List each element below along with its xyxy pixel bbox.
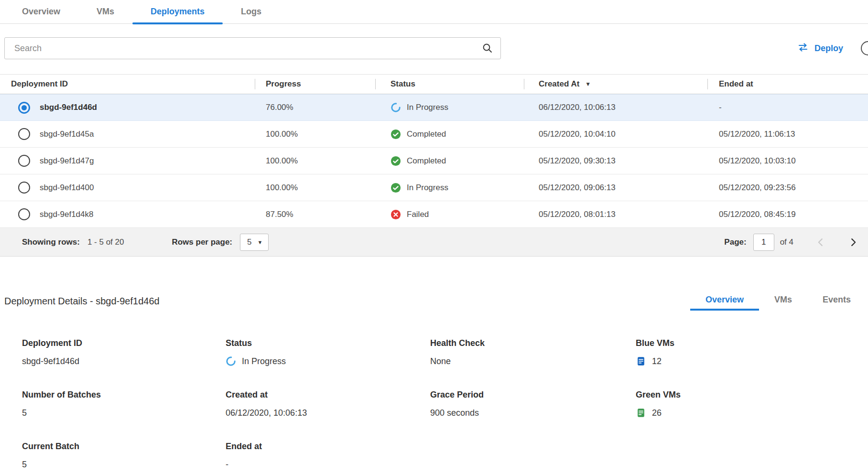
blue-vm-icon — [636, 356, 646, 366]
field-value: 06/12/2020, 10:06:13 — [226, 408, 307, 418]
details-tab-vms[interactable]: VMs — [759, 295, 807, 311]
deployment-id: sbgd-9ef1d47g — [40, 156, 94, 166]
progress-value: 100.00% — [255, 183, 375, 193]
created-at: 05/12/2020, 08:01:13 — [524, 210, 707, 219]
detail-field-current-batch: Current Batch5 — [22, 442, 226, 470]
detail-field-grace-period: Grace Period900 seconds — [430, 390, 636, 419]
field-value: In Progress — [242, 356, 286, 366]
tab-vms[interactable]: VMs — [78, 0, 132, 23]
detail-field-status: StatusIn Progress — [226, 338, 430, 367]
field-value-row: 5 — [22, 459, 226, 470]
deployment-id: sbgd-9ef1d4k8 — [40, 210, 93, 219]
rows-per-page-label: Rows per page: — [172, 237, 232, 247]
ended-at: 05/12/2020, 09:23:56 — [707, 183, 868, 193]
sort-desc-icon[interactable]: ▼ — [585, 81, 591, 87]
field-label: Ended at — [226, 442, 430, 452]
column-header-ended-at: Ended at — [707, 75, 868, 94]
previous-page-icon[interactable] — [815, 237, 826, 248]
detail-field-created-at: Created at06/12/2020, 10:06:13 — [226, 390, 430, 419]
search-icon[interactable] — [482, 43, 493, 54]
deployments-page: OverviewVMsDeploymentsLogs Deploy Deploy… — [0, 0, 868, 470]
table-row[interactable]: sbgd-9ef1d400 100.00% In Progress 05/12/… — [0, 174, 868, 201]
deploy-swap-arrows-icon — [797, 42, 809, 55]
column-label: Ended at — [719, 79, 753, 89]
deploy-button[interactable]: Deploy — [797, 42, 843, 55]
field-value-row: None — [430, 356, 636, 367]
table-row[interactable]: sbgd-9ef1d47g 100.00% Completed 05/12/20… — [0, 148, 868, 174]
page-total: of 4 — [780, 237, 793, 247]
status-in-progress-icon — [226, 356, 236, 366]
search-box — [4, 37, 501, 59]
field-label: Current Batch — [22, 442, 226, 452]
field-label: Green VMs — [636, 390, 868, 400]
details-grid: Deployment IDsbgd-9ef1d46dStatusIn Progr… — [0, 338, 868, 470]
created-at: 05/12/2020, 10:04:10 — [524, 129, 707, 139]
column-label: Created At — [539, 79, 579, 89]
column-header-progress: Progress — [255, 75, 375, 94]
ended-at: 05/12/2020, 08:45:19 — [707, 210, 868, 219]
toolbar: Deploy — [0, 37, 868, 59]
field-value-row: In Progress — [226, 356, 430, 367]
table-row[interactable]: sbgd-9ef1d4k8 87.50% Failed 05/12/2020, … — [0, 201, 868, 228]
field-value: None — [430, 356, 451, 366]
next-page-icon[interactable] — [848, 237, 858, 248]
rows-per-page-select[interactable]: 5 ▼ — [240, 234, 269, 251]
green-vm-icon — [636, 408, 646, 418]
chevron-down-icon: ▼ — [258, 239, 263, 245]
progress-value: 87.50% — [255, 210, 375, 219]
status-cell: Completed — [375, 156, 524, 166]
column-label: Deployment ID — [11, 79, 68, 89]
field-label: Status — [226, 338, 430, 349]
deployment-id-cell: sbgd-9ef1d45a — [0, 128, 255, 140]
field-label: Health Check — [430, 338, 636, 349]
status-label: Completed — [407, 156, 446, 166]
details-tab-overview[interactable]: Overview — [690, 295, 759, 311]
progress-value: 100.00% — [255, 129, 375, 139]
deployment-id-cell: sbgd-9ef1d47g — [0, 155, 255, 167]
deployment-id-cell: sbgd-9ef1d4k8 — [0, 208, 255, 220]
status-label: Completed — [407, 129, 446, 139]
search-input[interactable] — [4, 37, 501, 59]
ended-at: 05/12/2020, 10:03:10 — [707, 156, 868, 166]
detail-field-deployment-id: Deployment IDsbgd-9ef1d46d — [22, 338, 226, 367]
column-header-deployment-id: Deployment ID — [0, 75, 255, 94]
table-row[interactable]: sbgd-9ef1d45a 100.00% Completed 05/12/20… — [0, 121, 868, 148]
table-header: Deployment ID Progress Status Created At… — [0, 74, 868, 94]
page-number-input[interactable] — [753, 234, 774, 251]
created-at: 06/12/2020, 10:06:13 — [524, 103, 707, 112]
field-value-row: 900 seconds — [430, 407, 636, 419]
field-value: 5 — [22, 408, 27, 418]
field-label: Blue VMs — [636, 338, 868, 349]
details-tab-events[interactable]: Events — [807, 295, 866, 311]
field-value-row: 26 — [636, 407, 868, 419]
field-value: 12 — [652, 356, 662, 366]
status-label: In Progress — [407, 183, 448, 193]
clipped-circle-icon[interactable] — [861, 41, 868, 55]
deployment-id: sbgd-9ef1d400 — [40, 183, 94, 193]
deployment-table-body: sbgd-9ef1d46d 76.00% In Progress 06/12/2… — [0, 94, 868, 228]
ended-at: - — [707, 103, 868, 112]
row-radio[interactable] — [18, 208, 30, 220]
row-radio[interactable] — [18, 102, 30, 114]
row-radio[interactable] — [18, 128, 30, 140]
tab-deployments[interactable]: Deployments — [132, 0, 223, 23]
tab-logs[interactable]: Logs — [223, 0, 280, 23]
deployments-table: Deployment ID Progress Status Created At… — [0, 74, 868, 228]
table-row[interactable]: sbgd-9ef1d46d 76.00% In Progress 06/12/2… — [0, 94, 868, 121]
column-header-status: Status — [375, 75, 524, 94]
row-radio[interactable] — [18, 182, 30, 194]
column-header-created-at[interactable]: Created At▼ — [524, 75, 707, 94]
deployment-details: Deployment Details - sbgd-9ef1d46d Overv… — [0, 295, 868, 470]
ended-at: 05/12/2020, 11:06:13 — [707, 129, 868, 139]
page-controls: Page: of 4 — [724, 234, 858, 251]
field-label: Deployment ID — [22, 338, 226, 349]
status-cell: In Progress — [375, 183, 524, 193]
details-tab-bar: OverviewVMsEvents — [690, 295, 866, 311]
detail-field-blue-vms: Blue VMs12 — [636, 338, 868, 367]
field-value-row: 5 — [22, 407, 226, 419]
deployment-id: sbgd-9ef1d45a — [40, 129, 94, 139]
tab-overview[interactable]: Overview — [4, 0, 78, 23]
row-radio[interactable] — [18, 155, 30, 167]
status-cell: In Progress — [375, 102, 524, 113]
detail-field-health-check: Health CheckNone — [430, 338, 636, 367]
